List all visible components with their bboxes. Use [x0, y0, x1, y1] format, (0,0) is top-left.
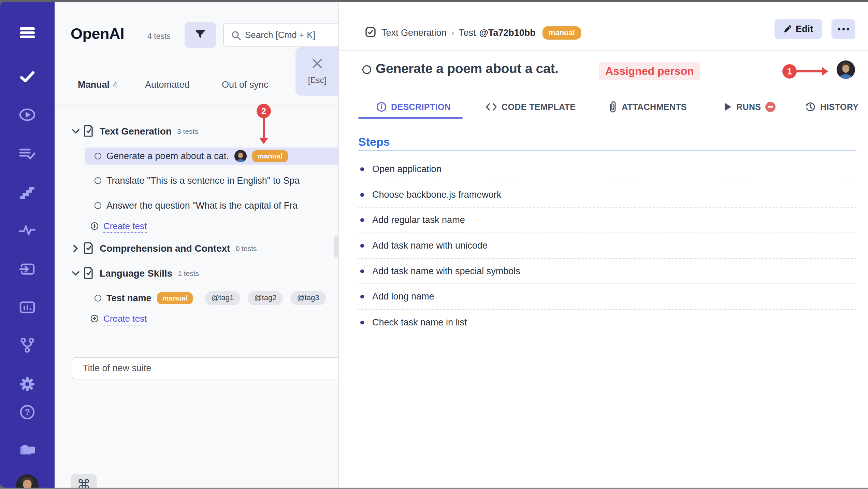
- test-detail-panel: Text Generation › Test @Ta72b10bb manual…: [339, 2, 868, 488]
- suite-count: 1 tests: [178, 269, 199, 278]
- test-row-translate[interactable]: Translate "This is a sentence in English…: [85, 172, 339, 189]
- suite-row-comprehension[interactable]: Comprehension and Context 0 tests: [72, 240, 338, 257]
- edit-button[interactable]: Edit: [775, 19, 822, 39]
- bullet-icon: [360, 269, 364, 273]
- cmd-key-badge: ⌘: [71, 474, 97, 488]
- project-title: OpenAI: [71, 25, 124, 43]
- tag-pill[interactable]: @tag1: [205, 291, 240, 305]
- pencil-icon: [783, 25, 792, 33]
- runs-blocked-badge-icon: [765, 102, 776, 112]
- new-suite-title-input[interactable]: [72, 357, 339, 379]
- esc-key-label: [Esc]: [308, 75, 326, 85]
- bullet-icon: [360, 321, 364, 324]
- test-row-test-name[interactable]: Test name manual @tag1 @tag2 @tag3: [85, 290, 339, 307]
- step-item[interactable]: Add task name with special symbols: [358, 259, 856, 284]
- sign-in-icon[interactable]: [19, 261, 35, 277]
- breadcrumb-suite[interactable]: Text Generation: [381, 28, 447, 38]
- suite-row-language-skills[interactable]: Language Skills 1 tests: [72, 265, 338, 282]
- command-icon: ⌘: [77, 477, 91, 488]
- tag-pill[interactable]: @tag2: [248, 291, 283, 305]
- suite-list-panel: OpenAI 4 tests Manual4 Automated Out of …: [55, 2, 339, 488]
- menu-icon[interactable]: [19, 25, 35, 41]
- test-name: Translate "This is a sentence in English…: [106, 176, 300, 186]
- tab-description[interactable]: DESCRIPTION: [376, 100, 451, 114]
- test-status-icon: [95, 202, 101, 209]
- scrollbar-thumb[interactable]: [334, 236, 338, 257]
- bar-chart-icon[interactable]: [19, 299, 35, 316]
- paperclip-icon: [608, 101, 617, 113]
- tab-runs[interactable]: RUNS: [724, 100, 776, 114]
- test-row-answer[interactable]: Answer the question "What is the capital…: [85, 197, 339, 214]
- assignee-avatar[interactable]: [837, 60, 855, 79]
- steps-list: Open application Choose backbone.js fram…: [358, 157, 856, 335]
- test-row-generate-poem[interactable]: Generate a poem about a cat. manual: [85, 148, 339, 165]
- annotation-marker-2: 2: [257, 104, 271, 118]
- suite-name: Language Skills: [100, 268, 172, 279]
- gear-icon[interactable]: [19, 376, 35, 392]
- bullet-icon: [360, 218, 364, 222]
- chevron-down-icon[interactable]: [72, 271, 80, 276]
- step-item[interactable]: Choose backbone.js framework: [358, 182, 856, 208]
- close-icon[interactable]: [312, 58, 323, 71]
- annotation-arrow-1: [796, 70, 823, 72]
- create-test-text-generation[interactable]: Create test: [90, 218, 147, 235]
- steps-divider: [358, 150, 856, 151]
- more-actions-button[interactable]: [831, 19, 855, 39]
- step-item[interactable]: Add long name: [358, 284, 856, 310]
- suite-count: 0 tests: [236, 244, 257, 253]
- annotation-arrowhead-1: [822, 67, 828, 76]
- test-status-icon: [95, 177, 101, 184]
- search-box: [223, 23, 339, 47]
- assigned-person-annotation: Assigned person: [599, 62, 700, 80]
- step-item[interactable]: Check task name in list: [358, 310, 856, 335]
- step-item[interactable]: Add regular task name: [358, 208, 856, 233]
- suite-row-text-generation[interactable]: Text Generation 3 tests: [72, 123, 338, 140]
- breadcrumb-separator: ›: [451, 28, 454, 38]
- tabs-divider: [55, 106, 338, 106]
- tab-history[interactable]: HISTORY: [805, 100, 859, 114]
- test-name: Generate a poem about a cat.: [106, 151, 229, 162]
- chevron-down-icon[interactable]: [72, 129, 80, 134]
- manual-badge: manual: [157, 292, 193, 304]
- tag-pill[interactable]: @tag3: [290, 291, 326, 305]
- test-name: Test name: [106, 293, 151, 304]
- test-status-icon: [95, 295, 101, 302]
- create-test-language-skills[interactable]: Create test: [90, 311, 147, 328]
- pulse-icon[interactable]: [19, 222, 35, 238]
- check-square-icon: [365, 27, 376, 39]
- window-bottom-edge: [0, 488, 868, 489]
- git-branch-icon[interactable]: [19, 337, 35, 353]
- step-item[interactable]: Open application: [358, 157, 856, 182]
- create-test-link[interactable]: Create test: [103, 313, 147, 325]
- tab-automated[interactable]: Automated: [145, 80, 190, 90]
- step-item[interactable]: Add task name with unicode: [358, 233, 856, 259]
- test-status-icon: [95, 153, 101, 159]
- stairs-icon[interactable]: [19, 184, 35, 200]
- suite-doc-icon: [84, 242, 93, 255]
- create-test-link[interactable]: Create test: [103, 221, 147, 233]
- play-circle-icon[interactable]: [19, 107, 35, 123]
- annotation-arrow-2: [263, 117, 265, 139]
- tests-check-icon[interactable]: [19, 69, 35, 85]
- sidebar-user-avatar[interactable]: [16, 474, 39, 488]
- header-divider: [339, 50, 868, 51]
- history-icon: [805, 101, 816, 112]
- info-icon: [376, 102, 387, 112]
- tab-manual[interactable]: Manual4: [78, 80, 117, 90]
- suite-name: Text Generation: [100, 126, 172, 137]
- plus-circle-icon: [90, 222, 99, 232]
- help-icon[interactable]: ?: [19, 404, 35, 420]
- breadcrumb: Text Generation › Test @Ta72b10bb manual: [365, 24, 581, 41]
- chevron-right-icon[interactable]: [72, 245, 80, 252]
- list-check-icon[interactable]: [19, 145, 35, 162]
- more-icon: [847, 28, 849, 30]
- search-input[interactable]: [245, 24, 339, 46]
- tab-attachments[interactable]: ATTACHMENTS: [608, 100, 687, 114]
- breadcrumb-test-id: @Ta72b10bb: [479, 28, 535, 38]
- sidebar: ?: [0, 2, 55, 488]
- folder-icon[interactable]: [19, 441, 35, 458]
- tab-code-template[interactable]: CODE TEMPLATE: [486, 100, 576, 114]
- filter-button[interactable]: [185, 22, 216, 48]
- tab-out-of-sync[interactable]: Out of sync: [222, 80, 269, 90]
- tab-manual-count: 4: [113, 81, 117, 89]
